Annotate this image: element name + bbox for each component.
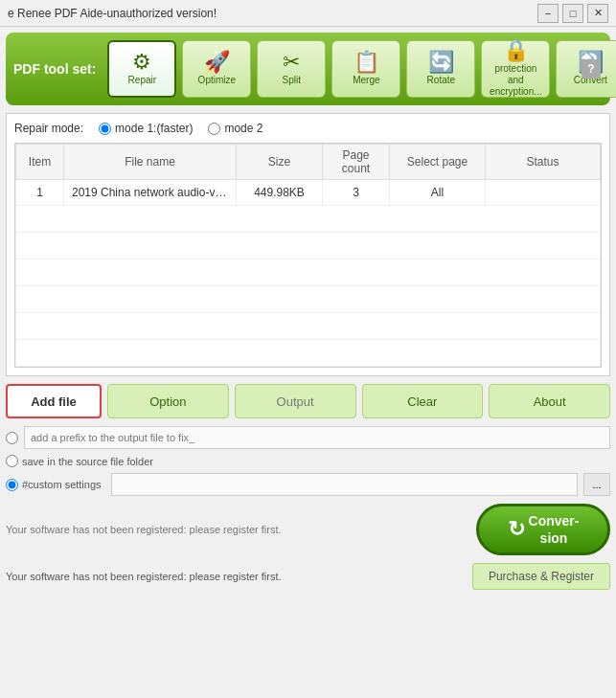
action-buttons: Add file Option Output Clear About bbox=[6, 384, 610, 418]
col-status: Status bbox=[486, 145, 601, 180]
tool-optimize[interactable]: 🚀 Optimize bbox=[182, 40, 251, 98]
cell-filename: 2019 China network audio-visual developm… bbox=[64, 180, 237, 206]
col-filename: File name bbox=[64, 145, 237, 180]
convert-button[interactable]: ↻ Conver-sion bbox=[476, 504, 610, 555]
mode2-option[interactable]: mode 2 bbox=[208, 122, 262, 135]
toolbar: PDF tool set: ⚙ Repair 🚀 Optimize ✂ Spli… bbox=[6, 33, 610, 105]
file-table-wrapper: Item File name Size Page count Select pa… bbox=[14, 143, 602, 368]
optimize-label: Optimize bbox=[198, 75, 236, 86]
source-folder-label: save in the source file folder bbox=[22, 456, 153, 467]
prefix-input[interactable] bbox=[24, 426, 610, 449]
clear-button[interactable]: Clear bbox=[362, 384, 484, 418]
repair-mode-label: Repair mode: bbox=[14, 122, 83, 135]
split-label: Split bbox=[283, 75, 301, 86]
optimize-icon: 🚀 bbox=[204, 52, 230, 73]
purchase-register-button[interactable]: Purchase & Register bbox=[472, 563, 610, 590]
mode1-radio[interactable] bbox=[99, 123, 111, 135]
purchase-area: Your software has not been registered: p… bbox=[6, 563, 610, 590]
table-empty-row bbox=[16, 286, 601, 313]
tool-repair[interactable]: ⚙ Repair bbox=[107, 40, 176, 98]
rotate-icon: 🔄 bbox=[428, 52, 454, 73]
purchase-status-text: Your software has not been registered: p… bbox=[6, 571, 282, 582]
col-pagecount: Page count bbox=[323, 145, 390, 180]
repair-icon: ⚙ bbox=[132, 52, 151, 73]
custom-settings-label: #custom settings bbox=[22, 479, 102, 490]
minimize-button[interactable]: − bbox=[537, 4, 559, 23]
source-folder-row: save in the source file folder bbox=[6, 455, 610, 467]
toolbar-label: PDF tool set: bbox=[13, 61, 96, 77]
maximize-button[interactable]: □ bbox=[562, 4, 583, 23]
prefix-radio[interactable] bbox=[6, 432, 18, 444]
app-title: e Renee PDF Aide-unauthorized version! bbox=[8, 7, 217, 20]
protection-icon: 🔒 bbox=[503, 40, 529, 61]
mode2-label: mode 2 bbox=[224, 122, 262, 135]
mode1-option[interactable]: mode 1:(faster) bbox=[99, 122, 193, 135]
table-header-row: Item File name Size Page count Select pa… bbox=[16, 145, 601, 180]
repair-mode-section: Repair mode: mode 1:(faster) mode 2 bbox=[14, 122, 602, 135]
rotate-label: Rotate bbox=[427, 75, 455, 86]
about-button[interactable]: About bbox=[489, 384, 610, 418]
content-area: Repair mode: mode 1:(faster) mode 2 Item… bbox=[6, 113, 610, 376]
table-row: 1 2019 China network audio-visual develo… bbox=[16, 180, 601, 206]
cell-status bbox=[486, 180, 601, 206]
status-message: Your software has not been registered: p… bbox=[6, 524, 282, 535]
merge-label: Merge bbox=[353, 75, 379, 86]
option-button[interactable]: Option bbox=[107, 384, 229, 418]
repair-label: Repair bbox=[128, 75, 156, 86]
cell-size: 449.98KB bbox=[237, 180, 323, 206]
tool-merge[interactable]: 📋 Merge bbox=[331, 40, 400, 98]
tool-buttons: ⚙ Repair 🚀 Optimize ✂ Split 📋 Merge 🔄 Ro… bbox=[107, 40, 616, 98]
col-selectpage: Select page bbox=[390, 145, 486, 180]
protection-label: protection and encryption... bbox=[486, 63, 545, 98]
custom-settings-row: #custom settings C:/Users/Administrator/… bbox=[6, 473, 610, 496]
prefix-radio-label bbox=[6, 432, 18, 444]
title-bar: e Renee PDF Aide-unauthorized version! −… bbox=[0, 0, 616, 27]
main-container: PDF tool set: ⚙ Repair 🚀 Optimize ✂ Spli… bbox=[0, 27, 616, 596]
window-controls: − □ ✕ bbox=[537, 4, 608, 23]
table-empty-row bbox=[16, 259, 601, 286]
browse-button[interactable]: ... bbox=[583, 473, 610, 496]
output-settings: save in the source file folder #custom s… bbox=[6, 426, 610, 496]
file-table: Item File name Size Page count Select pa… bbox=[15, 144, 601, 367]
cell-pagecount: 3 bbox=[323, 180, 390, 206]
table-empty-row bbox=[16, 313, 601, 340]
output-button[interactable]: Output bbox=[235, 384, 356, 418]
cell-selectpage: All bbox=[390, 180, 486, 206]
source-folder-radio-label: save in the source file folder bbox=[6, 455, 153, 467]
tool-rotate[interactable]: 🔄 Rotate bbox=[406, 40, 475, 98]
mode2-radio[interactable] bbox=[208, 123, 220, 135]
convert-label: Conver-sion bbox=[529, 512, 580, 547]
source-folder-radio[interactable] bbox=[6, 455, 18, 467]
tool-split[interactable]: ✂ Split bbox=[257, 40, 326, 98]
cell-item: 1 bbox=[16, 180, 64, 206]
merge-icon: 📋 bbox=[354, 52, 379, 73]
bottom-row: Your software has not been registered: p… bbox=[6, 504, 610, 555]
prefix-row bbox=[6, 426, 610, 449]
col-size: Size bbox=[237, 145, 323, 180]
close-button[interactable]: ✕ bbox=[587, 4, 608, 23]
add-file-button[interactable]: Add file bbox=[6, 384, 102, 418]
table-empty-row bbox=[16, 340, 601, 367]
custom-settings-radio-label: #custom settings bbox=[6, 479, 105, 491]
custom-settings-radio[interactable] bbox=[6, 479, 18, 491]
tool-protection[interactable]: 🔒 protection and encryption... bbox=[481, 40, 550, 98]
help-button[interactable]: ? bbox=[582, 59, 601, 79]
split-icon: ✂ bbox=[283, 52, 300, 73]
convert-icon: ↻ bbox=[508, 517, 525, 542]
custom-path-input[interactable]: C:/Users/Administrator/Desktop bbox=[111, 473, 578, 496]
table-empty-row bbox=[16, 233, 601, 259]
col-item: Item bbox=[16, 145, 64, 180]
mode1-label: mode 1:(faster) bbox=[115, 122, 193, 135]
table-empty-row bbox=[16, 206, 601, 233]
